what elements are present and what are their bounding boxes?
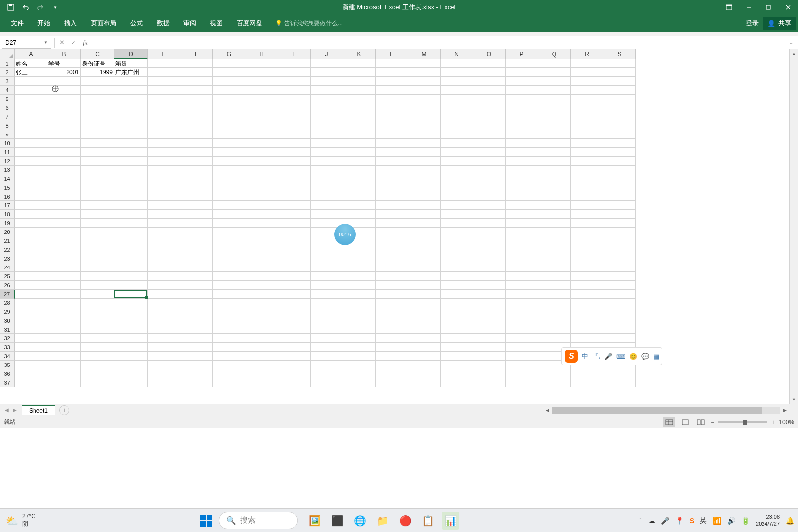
- cell[interactable]: [538, 148, 571, 157]
- cell[interactable]: [47, 307, 81, 316]
- tray-sogou-icon[interactable]: S: [690, 517, 694, 525]
- row-header[interactable]: 9: [0, 130, 15, 139]
- cell[interactable]: [343, 166, 376, 174]
- cell[interactable]: [245, 245, 278, 254]
- cell[interactable]: [278, 352, 311, 361]
- ime-emoji-icon[interactable]: 😊: [629, 353, 637, 360]
- cell[interactable]: [571, 95, 603, 103]
- cell[interactable]: [148, 369, 180, 378]
- cell[interactable]: [376, 201, 408, 210]
- cell[interactable]: [603, 369, 636, 378]
- cell[interactable]: [81, 272, 114, 281]
- ime-lang[interactable]: 中: [582, 352, 588, 361]
- cell[interactable]: [15, 343, 47, 352]
- row-header[interactable]: 4: [0, 86, 15, 95]
- scroll-right-icon[interactable]: ▶: [780, 408, 789, 413]
- cell[interactable]: [376, 307, 408, 316]
- cell[interactable]: [538, 130, 571, 139]
- cell[interactable]: [245, 281, 278, 290]
- column-header[interactable]: H: [245, 49, 278, 59]
- cell[interactable]: [180, 68, 213, 77]
- cell[interactable]: [343, 325, 376, 334]
- cell[interactable]: [213, 352, 245, 361]
- minimize-button[interactable]: [739, 0, 759, 15]
- cell[interactable]: [47, 361, 81, 369]
- cell[interactable]: [376, 166, 408, 174]
- cell[interactable]: [408, 369, 441, 378]
- cell[interactable]: [15, 281, 47, 290]
- cell[interactable]: [506, 95, 538, 103]
- cell[interactable]: [47, 378, 81, 387]
- cell[interactable]: [213, 378, 245, 387]
- cell[interactable]: [441, 68, 473, 77]
- cell[interactable]: [311, 86, 343, 95]
- taskbar-search[interactable]: 🔍 搜索: [219, 512, 298, 529]
- cell[interactable]: [473, 210, 506, 219]
- cell[interactable]: [571, 263, 603, 272]
- cell[interactable]: [15, 352, 47, 361]
- cell[interactable]: [408, 166, 441, 174]
- cell[interactable]: [245, 361, 278, 369]
- row-header[interactable]: 6: [0, 103, 15, 112]
- cell[interactable]: [180, 77, 213, 86]
- cell[interactable]: [278, 68, 311, 77]
- cell[interactable]: [311, 263, 343, 272]
- cell[interactable]: [311, 299, 343, 307]
- column-header[interactable]: N: [441, 49, 473, 59]
- cell[interactable]: [114, 103, 148, 112]
- cell[interactable]: [408, 68, 441, 77]
- row-header[interactable]: 17: [0, 201, 15, 210]
- cell[interactable]: [148, 95, 180, 103]
- cell[interactable]: [213, 148, 245, 157]
- row-header[interactable]: 33: [0, 343, 15, 352]
- cell[interactable]: [343, 59, 376, 68]
- cell[interactable]: [473, 307, 506, 316]
- cell[interactable]: [571, 210, 603, 219]
- cell[interactable]: [538, 86, 571, 95]
- cell[interactable]: [47, 299, 81, 307]
- cell[interactable]: [408, 254, 441, 263]
- cell[interactable]: [311, 369, 343, 378]
- cell[interactable]: [506, 174, 538, 183]
- cell[interactable]: [538, 219, 571, 228]
- cell[interactable]: [408, 343, 441, 352]
- select-all-button[interactable]: [0, 49, 15, 59]
- cell[interactable]: [245, 352, 278, 361]
- cell[interactable]: [47, 325, 81, 334]
- cell[interactable]: [441, 174, 473, 183]
- cell[interactable]: [571, 192, 603, 201]
- cell[interactable]: [603, 183, 636, 192]
- cell[interactable]: [571, 299, 603, 307]
- cell[interactable]: [376, 263, 408, 272]
- cell[interactable]: [603, 219, 636, 228]
- cell[interactable]: [343, 130, 376, 139]
- cell[interactable]: [114, 228, 148, 236]
- cell[interactable]: [603, 148, 636, 157]
- cell[interactable]: [571, 254, 603, 263]
- cell[interactable]: [473, 59, 506, 68]
- cell[interactable]: [376, 369, 408, 378]
- cell[interactable]: [81, 361, 114, 369]
- cell[interactable]: [114, 95, 148, 103]
- cell[interactable]: [538, 210, 571, 219]
- cell[interactable]: [376, 77, 408, 86]
- cell[interactable]: [343, 290, 376, 299]
- cell[interactable]: [81, 112, 114, 121]
- cell[interactable]: [506, 192, 538, 201]
- cell[interactable]: [278, 236, 311, 245]
- row-header[interactable]: 19: [0, 219, 15, 228]
- cell[interactable]: [441, 263, 473, 272]
- cell[interactable]: [441, 307, 473, 316]
- tab-view[interactable]: 视图: [203, 15, 230, 32]
- cell[interactable]: [245, 254, 278, 263]
- cell[interactable]: [343, 263, 376, 272]
- cell[interactable]: [603, 299, 636, 307]
- cell[interactable]: [81, 316, 114, 325]
- cell[interactable]: [213, 361, 245, 369]
- cell[interactable]: [245, 369, 278, 378]
- cell[interactable]: [148, 378, 180, 387]
- cell[interactable]: [571, 325, 603, 334]
- cell[interactable]: [311, 139, 343, 148]
- row-header[interactable]: 2: [0, 68, 15, 77]
- cell[interactable]: [311, 201, 343, 210]
